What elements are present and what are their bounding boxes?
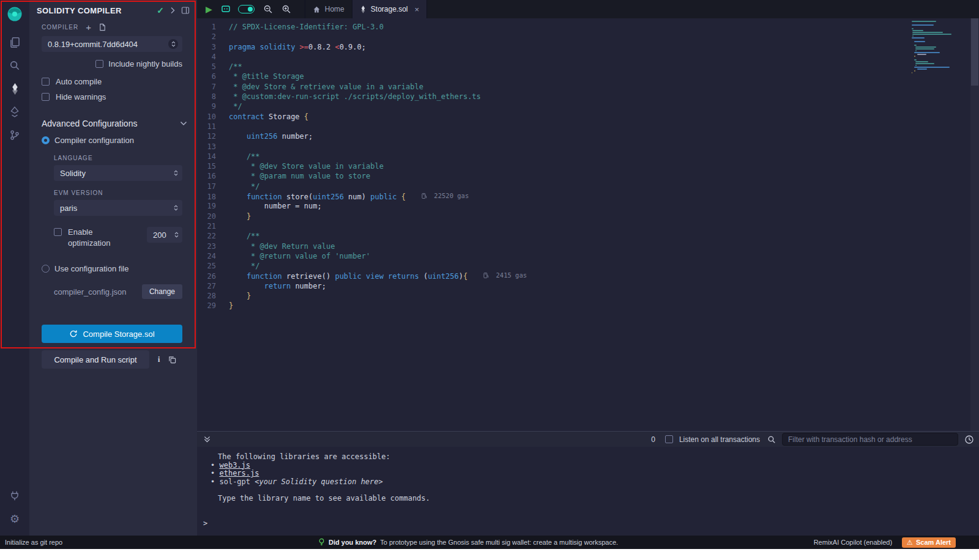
library-link[interactable]: ethers.js (219, 469, 259, 477)
ai-copilot-icon[interactable] (221, 4, 231, 14)
zoom-out-button[interactable] (263, 4, 273, 14)
code-line: 22 /** (197, 232, 527, 241)
compiler-configuration-radio[interactable] (42, 136, 50, 144)
remix-logo[interactable] (6, 5, 24, 23)
scam-alert-badge[interactable]: ⚠ Scam Alert (902, 537, 956, 548)
library-link[interactable]: web3.js (219, 461, 250, 470)
open-file-icon[interactable] (99, 23, 106, 31)
transaction-count: 0 (651, 435, 655, 444)
line-number: 10 (197, 112, 229, 121)
deploy-run-button[interactable] (0, 100, 29, 123)
change-config-button[interactable]: Change (142, 284, 182, 299)
plugin-manager-button[interactable] (0, 484, 29, 507)
terminal[interactable]: The following libraries are accessible:•… (197, 447, 979, 536)
pin-panel-icon[interactable] (181, 6, 190, 15)
line-number: 14 (197, 152, 229, 161)
code-line: 5/** (197, 62, 527, 72)
hide-warnings-checkbox[interactable] (42, 93, 50, 101)
code-line: 4 (197, 53, 527, 62)
deploy-run-icon (9, 106, 20, 117)
info-icon[interactable]: i (158, 355, 160, 364)
terminal-prompt[interactable]: > (203, 520, 979, 528)
terminal-line: • sol-gpt <your Solidity question here> (203, 478, 979, 487)
close-tab-icon[interactable]: × (415, 5, 420, 14)
compiler-version-select[interactable]: 0.8.19+commit.7dd6d404 (42, 36, 182, 52)
tab-home[interactable]: Home (305, 0, 352, 18)
code-line: 7 * @dev Store & retrieve value in a var… (197, 83, 527, 92)
file-explorer-icon (9, 37, 21, 48)
compile-button-label: Compile Storage.sol (83, 330, 154, 339)
code-line: 18 function store(uint256 num) public { … (197, 192, 527, 202)
chevron-down-icon (180, 121, 187, 126)
code-line: 28 } (197, 292, 527, 301)
did-you-know-tip: Did you know? To prototype using the Gno… (318, 538, 618, 547)
line-number: 4 (197, 53, 229, 61)
tip-text: To prototype using the Gnosis safe multi… (380, 539, 618, 546)
terminal-search-icon[interactable] (767, 435, 776, 444)
git-init-status[interactable]: Initialize as git repo (5, 539, 62, 546)
select-caret-icon (174, 170, 178, 176)
language-select[interactable]: Solidity (54, 165, 182, 181)
auto-compile-checkbox[interactable] (42, 78, 50, 86)
transaction-filter-input[interactable] (782, 433, 958, 446)
listen-transactions-checkbox[interactable] (665, 435, 673, 443)
code-editor[interactable]: 1// SPDX-License-Identifier: GPL-3.023pr… (197, 18, 979, 431)
select-caret-icon (168, 39, 178, 49)
run-script-button[interactable]: ▶ (206, 5, 212, 13)
stepper-caret-icon (174, 232, 179, 238)
enable-optimization-checkbox[interactable] (54, 228, 62, 236)
line-number: 5 (197, 62, 229, 71)
terminal-line (203, 486, 979, 495)
line-number: 2 (197, 32, 229, 41)
add-compiler-icon[interactable]: + (86, 23, 91, 32)
scrollbar-thumb[interactable] (971, 18, 978, 86)
solidity-compiler-panel: SOLIDITY COMPILER ✓ COMPILER + 0.8.19+co… (29, 0, 197, 536)
panel-title: SOLIDITY COMPILER (37, 6, 151, 15)
compile-and-run-button[interactable]: Compile and Run script (42, 350, 149, 369)
advanced-configurations-toggle[interactable]: Advanced Configurations (42, 119, 187, 128)
evm-version-label: EVM VERSION (54, 190, 197, 196)
line-number: 3 (197, 43, 229, 51)
line-number: 15 (197, 162, 229, 171)
code-line: 3pragma solidity >=0.8.2 <0.9.0; (197, 43, 527, 53)
plug-icon (9, 490, 20, 501)
line-number: 27 (197, 282, 229, 290)
compiler-version-value: 0.8.19+commit.7dd6d404 (48, 40, 138, 49)
include-nightly-label: Include nightly builds (108, 59, 182, 68)
terminal-header: 0 Listen on all transactions (197, 431, 979, 447)
search-button[interactable] (0, 54, 29, 77)
line-number: 21 (197, 222, 229, 230)
line-number: 9 (197, 102, 229, 111)
line-number: 6 (197, 72, 229, 81)
scam-alert-label: Scam Alert (916, 539, 951, 546)
code-line: 26 function retrieve() public view retur… (197, 271, 527, 281)
code-line: 17 */ (197, 182, 527, 192)
settings-button[interactable]: ⚙ (0, 507, 29, 531)
code-line: 29} (197, 301, 527, 311)
code-line: 20 } (197, 212, 527, 222)
compile-button[interactable]: Compile Storage.sol (42, 325, 182, 343)
evm-version-select[interactable]: paris (54, 200, 182, 216)
minimap[interactable] (912, 21, 968, 74)
terminal-line (203, 511, 979, 520)
source-control-button[interactable] (0, 123, 29, 147)
icon-sidebar: ⚙ (0, 0, 29, 536)
history-clock-icon[interactable] (964, 435, 974, 444)
editor-toolbar: ▶ Home (197, 0, 979, 18)
terminal-line: • web3.js (203, 462, 979, 470)
file-explorer-button[interactable] (0, 31, 29, 54)
use-configuration-file-radio[interactable] (42, 265, 50, 273)
optimization-runs-input[interactable]: 200 (147, 227, 182, 243)
copilot-toggle[interactable] (238, 5, 255, 13)
copy-icon[interactable] (168, 356, 176, 364)
solidity-compiler-button[interactable] (0, 77, 29, 100)
line-number: 11 (197, 122, 229, 131)
zoom-in-button[interactable] (281, 4, 291, 14)
tab-storage-sol[interactable]: Storage.sol × (352, 0, 427, 18)
select-caret-icon (174, 205, 178, 211)
chevron-right-icon[interactable] (170, 7, 175, 14)
code-line: 27 return number; (197, 282, 527, 292)
include-nightly-checkbox[interactable] (95, 60, 103, 68)
collapse-terminal-icon[interactable] (203, 435, 211, 443)
copilot-status[interactable]: RemixAI Copilot (enabled) (814, 539, 892, 546)
